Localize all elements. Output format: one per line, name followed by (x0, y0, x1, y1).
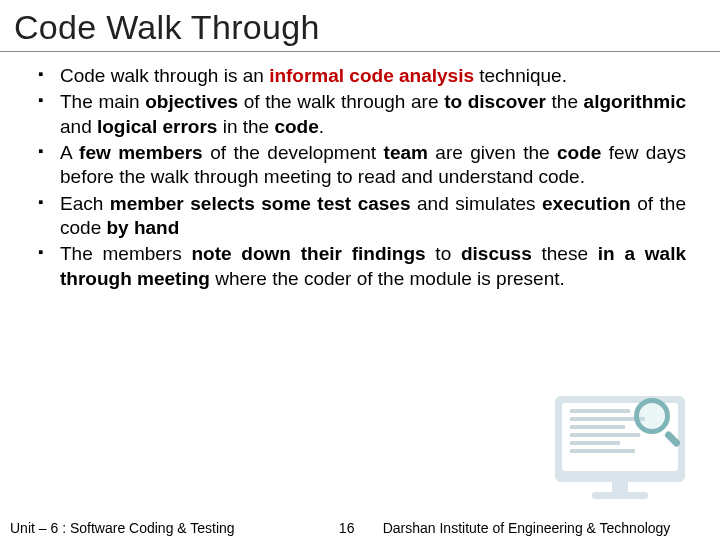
footer-page-number: 16 (327, 520, 367, 536)
slide-title: Code Walk Through (0, 0, 720, 52)
bullet-item: The members note down their findings to … (38, 242, 686, 291)
slide-content: Code walk through is an informal code an… (0, 64, 720, 291)
bullet-item: A few members of the development team ar… (38, 141, 686, 190)
bullet-item: Each member selects some test cases and … (38, 192, 686, 241)
bullet-item: Code walk through is an informal code an… (38, 64, 686, 88)
magnifier-icon (634, 398, 678, 442)
bullet-list: Code walk through is an informal code an… (38, 64, 686, 291)
footer-institute: Darshan Institute of Engineering & Techn… (383, 520, 710, 536)
bullet-item: The main objectives of the walk through … (38, 90, 686, 139)
footer-unit: Unit – 6 : Software Coding & Testing (10, 520, 235, 536)
slide-footer: Unit – 6 : Software Coding & Testing 16 … (0, 516, 720, 540)
monitor-illustration (550, 396, 690, 506)
